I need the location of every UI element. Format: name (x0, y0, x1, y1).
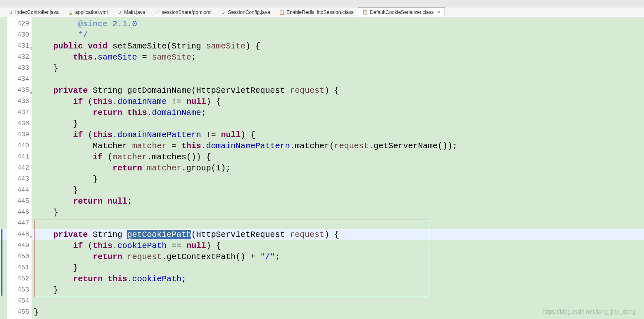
left-margin (0, 17, 7, 319)
line-number: 453 (7, 285, 32, 296)
code-line[interactable]: } (32, 285, 644, 296)
tab-indexcontroller-java[interactable]: IndexController.java (3, 7, 63, 17)
line-number: 434 (7, 74, 32, 85)
code-line[interactable]: Matcher matcher = this.domainNamePattern… (32, 140, 644, 151)
line-number: 447 (7, 218, 32, 229)
tab-label: Main.java (124, 9, 145, 15)
code-line[interactable]: } (32, 207, 644, 218)
close-icon[interactable]: ✕ (437, 10, 440, 14)
line-number: 448⊖ (7, 229, 32, 240)
code-line[interactable]: } (32, 185, 644, 196)
line-number: 430 (7, 30, 32, 41)
j-icon (220, 9, 226, 15)
tab-bar: IndexController.javaapplication.ymlMain.… (0, 7, 644, 17)
line-number: 443 (7, 174, 32, 185)
code-line[interactable] (32, 218, 644, 229)
tab-defaultcookieserializer-class[interactable]: DefaultCookieSerializer.class✕ (358, 7, 445, 17)
code-line[interactable]: } (32, 262, 644, 273)
tab-label: sessionShare/pom.xml (162, 9, 211, 15)
xml-icon (154, 9, 160, 15)
line-number: 439 (7, 129, 32, 140)
j-icon (8, 9, 14, 15)
line-number: 442 (7, 163, 32, 174)
tab-main-java[interactable]: Main.java (112, 7, 149, 17)
code-line[interactable] (32, 74, 644, 85)
tab-sessionconfig-java[interactable]: SessionConfig.java (216, 7, 275, 17)
line-number: 435⊖ (7, 85, 32, 96)
line-number: 440 (7, 140, 32, 151)
code-line[interactable]: */ (32, 30, 644, 41)
class-icon (362, 9, 368, 15)
gutter: 429430431⊖432433434435⊖43643743843944044… (7, 17, 32, 319)
line-number: 444 (7, 185, 32, 196)
class-icon (279, 9, 285, 15)
tab-enableredishttpsession-class[interactable]: EnableRedisHttpSession.class (275, 7, 358, 17)
code-line[interactable]: if (matcher.matches()) { (32, 151, 644, 163)
code-line[interactable]: this.sameSite = sameSite; (32, 52, 644, 63)
line-number: 446 (7, 207, 32, 218)
line-number: 432 (7, 52, 32, 63)
tab-label: SessionConfig.java (228, 9, 270, 15)
code-line[interactable]: if (this.cookiePath == null) { (32, 240, 644, 251)
code-line[interactable]: return this.domainName; (32, 107, 644, 118)
line-number: 455 (7, 307, 32, 318)
toolbar-area (0, 0, 644, 7)
j-icon (117, 9, 122, 15)
code-area[interactable]: @since 2.1.0 */ public void setSameSite(… (32, 17, 644, 319)
tab-label: application.yml (75, 9, 108, 15)
yml-icon (68, 9, 73, 15)
line-number: 449 (7, 240, 32, 251)
line-number: 436 (7, 96, 32, 107)
line-number: 454 (7, 296, 32, 307)
code-line[interactable]: return matcher.group(1); (32, 163, 644, 174)
code-line[interactable]: return null; (32, 196, 644, 207)
line-number: 431⊖ (7, 41, 32, 52)
line-number: 429 (7, 18, 32, 30)
line-number: 451 (7, 262, 32, 273)
line-number: 433 (7, 63, 32, 74)
code-line[interactable]: if (this.domainNamePattern != null) { (32, 129, 644, 140)
code-line[interactable]: private String getDomainName(HttpServlet… (32, 85, 644, 96)
editor-area: 429430431⊖432433434435⊖43643743843944044… (0, 17, 644, 319)
tab-application-yml[interactable]: application.yml (63, 7, 112, 17)
code-line[interactable]: public void setSameSite(String sameSite)… (32, 41, 644, 52)
code-line[interactable]: return request.getContextPath() + "/"; (32, 251, 644, 262)
code-line[interactable]: @since 2.1.0 (32, 18, 644, 30)
line-number: 437 (7, 107, 32, 118)
code-line[interactable]: return this.cookiePath; (32, 273, 644, 285)
line-number: 438 (7, 118, 32, 129)
code-line[interactable]: if (this.domainName != null) { (32, 96, 644, 107)
code-line[interactable]: private String getCookiePath(HttpServlet… (32, 229, 644, 240)
code-line[interactable]: } (32, 174, 644, 185)
tab-label: IndexController.java (15, 9, 59, 15)
line-number: 441 (7, 151, 32, 163)
change-bar (1, 229, 2, 296)
code-line[interactable] (32, 296, 644, 307)
line-number: 452 (7, 273, 32, 285)
tab-sessionshare-pom-xml[interactable]: sessionShare/pom.xml (150, 7, 216, 17)
watermark: https://blog.csdn.net/liang_jian_dong (543, 308, 636, 315)
line-number: 450 (7, 251, 32, 262)
line-number: 445 (7, 196, 32, 207)
tab-label: EnableRedisHttpSession.class (286, 9, 353, 15)
code-line[interactable]: } (32, 63, 644, 74)
code-line[interactable]: } (32, 118, 644, 129)
tab-label: DefaultCookieSerializer.class (370, 9, 433, 15)
